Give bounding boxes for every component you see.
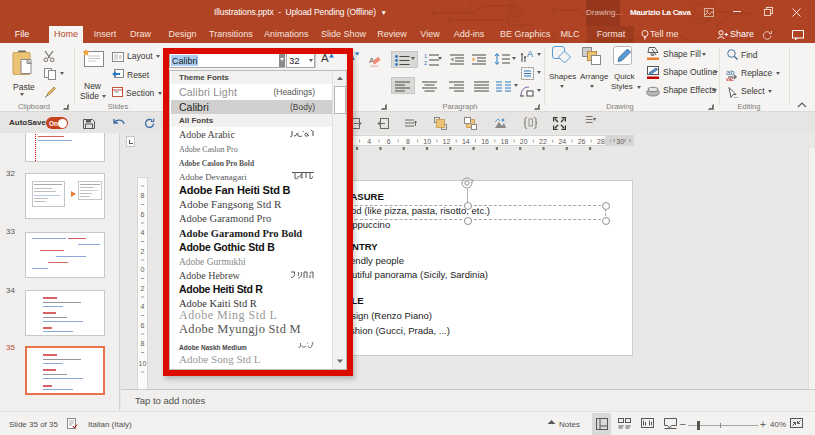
svg-text:26: 26 bbox=[578, 138, 586, 145]
svg-text:6: 6 bbox=[141, 322, 145, 329]
svg-text:4: 4 bbox=[141, 229, 145, 236]
svg-text:1: 1 bbox=[424, 53, 427, 59]
svg-text:28: 28 bbox=[597, 138, 605, 145]
svg-text:6: 6 bbox=[387, 138, 391, 145]
svg-text:8: 8 bbox=[141, 192, 145, 199]
svg-text:2: 2 bbox=[141, 248, 145, 255]
svg-text:4: 4 bbox=[367, 138, 371, 145]
svg-text:vac: vac bbox=[726, 76, 734, 81]
svg-text:24: 24 bbox=[558, 138, 566, 145]
svg-text:2: 2 bbox=[141, 285, 145, 292]
svg-text:0: 0 bbox=[141, 266, 145, 273]
svg-text:10: 10 bbox=[139, 360, 147, 367]
svg-text:2: 2 bbox=[424, 60, 427, 66]
svg-text:12: 12 bbox=[443, 138, 451, 145]
svg-text:6: 6 bbox=[141, 211, 145, 218]
svg-text:A: A bbox=[527, 49, 533, 59]
svg-text:8: 8 bbox=[406, 138, 410, 145]
svg-text:10: 10 bbox=[423, 138, 431, 145]
svg-text:8: 8 bbox=[141, 340, 145, 347]
svg-text:4: 4 bbox=[141, 303, 145, 310]
svg-text:16: 16 bbox=[481, 138, 489, 145]
svg-text:14: 14 bbox=[462, 138, 470, 145]
svg-text:30: 30 bbox=[616, 138, 624, 145]
svg-text:22: 22 bbox=[539, 138, 547, 145]
svg-text:18: 18 bbox=[501, 138, 509, 145]
svg-text:20: 20 bbox=[520, 138, 528, 145]
